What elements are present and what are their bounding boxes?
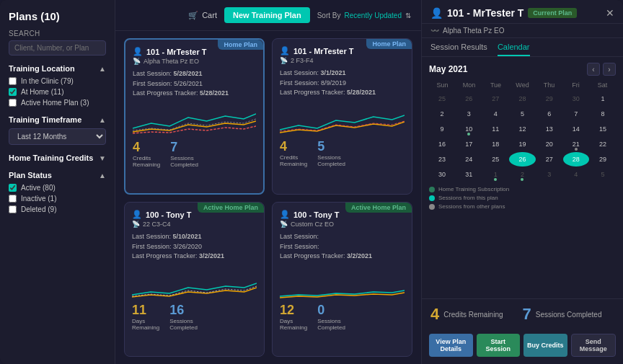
cal-day-11[interactable]: 11 [482, 122, 508, 136]
plan-chart-1 [133, 103, 256, 136]
tab-session-results[interactable]: Session Results [430, 43, 487, 56]
credits-header[interactable]: Home Training Credits ▼ [9, 154, 106, 162]
view-plan-details-button[interactable]: View Plan Details [429, 334, 473, 357]
cal-day-8[interactable]: 8 [590, 107, 616, 121]
cal-day-7[interactable]: 7 [563, 107, 589, 121]
cal-day-15[interactable]: 15 [590, 122, 616, 136]
cal-day-18[interactable]: 18 [482, 137, 508, 151]
training-location-header[interactable]: Training Location ▲ [9, 64, 106, 73]
cal-day-4-next[interactable]: 4 [563, 167, 589, 182]
active-home-checkbox-item[interactable]: Active Home Plan (3) [9, 99, 106, 107]
plan-sub-4: 📡 Custom Cz EO [280, 221, 405, 228]
active-status-checkbox[interactable] [9, 184, 17, 192]
cal-day-30[interactable]: 30 [429, 167, 455, 182]
cal-day-14[interactable]: 14 [563, 122, 589, 136]
cal-day-26[interactable]: 26 [509, 152, 535, 167]
timeframe-header[interactable]: Training Timeframe ▲ [9, 115, 106, 124]
start-session-button[interactable]: Start Session [477, 334, 521, 357]
cal-day-16[interactable]: 16 [429, 137, 455, 151]
wifi-icon-1: 📡 [133, 58, 141, 65]
inactive-status-item[interactable]: Inactive (1) [9, 195, 106, 203]
stat-sessions-4: 0 SessionsCompleted [317, 303, 345, 332]
cal-day-9[interactable]: 9 [429, 122, 455, 136]
current-plan-badge: Current Plan [528, 8, 577, 18]
cal-day-23[interactable]: 23 [429, 152, 455, 167]
cal-day-19[interactable]: 19 [509, 137, 535, 151]
plan-sub-1: 📡 Alpha Theta Pz EO [133, 58, 256, 65]
cal-day-3-next[interactable]: 3 [536, 167, 562, 182]
training-location-section: Training Location ▲ In the Clinic (79) A… [9, 64, 106, 107]
cal-day-5-next[interactable]: 5 [590, 167, 616, 182]
cal-day-28-prev[interactable]: 28 [509, 92, 535, 106]
timeframe-select[interactable]: Last 12 Months Last 6 Months Last 3 Mont… [9, 128, 106, 145]
stat-sessions-3: 16 SessionsCompleted [169, 303, 198, 332]
search-input[interactable] [9, 40, 106, 56]
cal-day-10[interactable]: 10 [456, 122, 482, 136]
prev-month-button[interactable]: ‹ [587, 63, 600, 76]
plan-chart-2 [280, 102, 405, 135]
cal-day-26-prev[interactable]: 26 [456, 92, 482, 106]
plan-card-1[interactable]: Home Plan 👤 101 - MrTester T 📡 Alpha The… [124, 38, 265, 195]
close-button[interactable]: ✕ [606, 7, 614, 19]
send-message-button[interactable]: Send Message [571, 334, 617, 357]
buy-credits-button[interactable]: Buy Credits [523, 334, 567, 357]
home-checkbox-item[interactable]: At Home (11) [9, 88, 106, 96]
cal-day-3[interactable]: 3 [456, 107, 482, 121]
sort-by-label: Sort By [317, 12, 341, 19]
cal-day-30-prev[interactable]: 30 [563, 92, 589, 106]
cal-day-28[interactable]: 28 [563, 152, 589, 167]
cal-day-5[interactable]: 5 [509, 107, 535, 121]
plan-status-section: Plan Status ▲ Active (80) Inactive (1) D… [9, 171, 106, 213]
plan-card-4[interactable]: Active Home Plan 👤 100 - Tony T 📡 Custom… [272, 202, 412, 357]
cal-day-1[interactable]: 1 [590, 92, 616, 106]
plan-status-header[interactable]: Plan Status ▲ [9, 171, 106, 179]
stat-credits-1: 4 CreditsRemaining [133, 140, 160, 169]
cal-day-24[interactable]: 24 [456, 152, 482, 167]
stat-label-sessions-3: SessionsCompleted [169, 318, 198, 332]
cal-day-12[interactable]: 12 [509, 122, 535, 136]
cal-day-27[interactable]: 27 [536, 152, 562, 167]
home-checkbox[interactable] [9, 88, 17, 96]
tab-calendar[interactable]: Calendar [498, 43, 530, 56]
cal-day-20[interactable]: 20 [536, 137, 562, 151]
deleted-status-item[interactable]: Deleted (9) [9, 205, 106, 213]
cal-day-2-next[interactable]: 2 [509, 167, 535, 182]
stat-num-credits-1: 4 [133, 140, 160, 155]
cal-day-27-prev[interactable]: 27 [482, 92, 508, 106]
plan-sub-text-2: 2 F3-F4 [291, 57, 314, 64]
sidebar-title: Plans (10) [9, 10, 106, 22]
cal-day-1-next[interactable]: 1 [482, 167, 508, 182]
plan-card-2[interactable]: Home Plan 👤 101 - MrTester T 📡 2 F3-F4 L… [272, 38, 412, 195]
stat-num-days-3: 11 [132, 303, 159, 318]
plan-sub-3: 📡 22 C3-C4 [132, 221, 257, 228]
cal-day-29-prev[interactable]: 29 [536, 92, 562, 106]
plan-badge-3: Active Home Plan [198, 203, 264, 213]
cal-day-22[interactable]: 22 [590, 137, 616, 151]
cal-day-29[interactable]: 29 [590, 152, 616, 167]
cal-day-31[interactable]: 31 [456, 167, 482, 182]
cal-day-21[interactable]: 21 [563, 137, 589, 151]
plan-badge-4: Active Home Plan [345, 203, 412, 213]
stat-num-sessions-1: 7 [170, 140, 198, 155]
cal-day-25[interactable]: 25 [482, 152, 508, 167]
cal-day-6[interactable]: 6 [536, 107, 562, 121]
cal-day-13[interactable]: 13 [536, 122, 562, 136]
cal-day-25-prev[interactable]: 25 [429, 92, 455, 106]
legend-label-subscription: Home Training Subscription [438, 186, 509, 192]
cart-button[interactable]: 🛒 Cart [188, 11, 217, 20]
inactive-status-checkbox[interactable] [9, 195, 17, 203]
cal-day-4[interactable]: 4 [482, 107, 508, 121]
next-month-button[interactable]: › [603, 63, 616, 76]
plan-card-3[interactable]: Active Home Plan 👤 100 - Tony T 📡 22 C3-… [124, 202, 265, 357]
cal-day-17[interactable]: 17 [456, 137, 482, 151]
active-status-item[interactable]: Active (80) [9, 184, 106, 192]
sort-icon[interactable]: ⇅ [405, 12, 411, 19]
clinic-checkbox[interactable] [9, 77, 17, 85]
new-plan-button[interactable]: New Training Plan [224, 7, 310, 23]
stat-sessions-2: 5 SessionsCompleted [317, 139, 345, 168]
deleted-status-checkbox[interactable] [9, 205, 17, 213]
cal-day-2[interactable]: 2 [429, 107, 455, 121]
active-home-checkbox[interactable] [9, 99, 17, 107]
stat-days-4: 12 DaysRemaining [280, 303, 307, 332]
clinic-checkbox-item[interactable]: In the Clinic (79) [9, 77, 106, 85]
